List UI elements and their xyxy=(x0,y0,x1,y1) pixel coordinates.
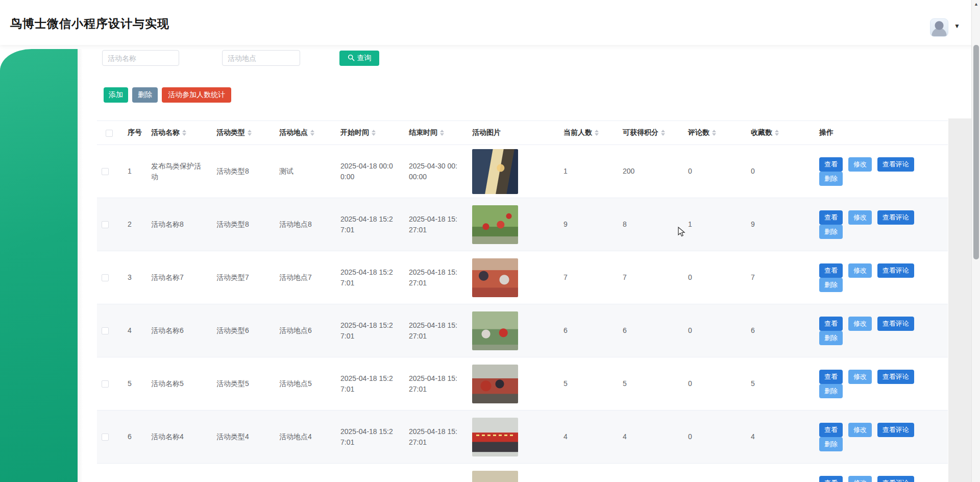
table-header-row: 序号 活动名称 活动类型 活动地点 开始时间 结束时间 活动图片 当前人数 可获… xyxy=(97,121,948,145)
edit-button[interactable]: 修改 xyxy=(848,317,872,331)
row-checkbox[interactable] xyxy=(102,380,109,388)
activity-name-cell: 活动名称6 xyxy=(145,304,210,357)
column-header-activity-type[interactable]: 活动类型 xyxy=(210,121,273,145)
edit-button[interactable]: 修改 xyxy=(848,263,872,278)
query-button[interactable]: 查询 xyxy=(339,51,379,66)
participant-stats-button[interactable]: 活动参加人数统计 xyxy=(162,87,231,103)
activity-location-cell: 活动地点8 xyxy=(273,198,334,251)
row-delete-button[interactable]: 删除 xyxy=(819,331,843,345)
sort-icon[interactable] xyxy=(182,130,186,136)
chevron-down-icon[interactable]: ▼ xyxy=(954,22,960,30)
current-count-cell: 5 xyxy=(557,357,617,411)
start-time-cell: 2025-04-18 00:00:00 xyxy=(334,145,403,198)
view-comments-button[interactable]: 查看评论 xyxy=(877,263,914,278)
column-header-activity-name[interactable]: 活动名称 xyxy=(145,121,210,145)
row-delete-button[interactable]: 删除 xyxy=(819,225,843,239)
table-row: 3 活动名称7 活动类型7 活动地点7 2025-04-18 15:27:01 … xyxy=(97,251,948,304)
column-header-activity-location[interactable]: 活动地点 xyxy=(273,121,334,145)
column-header-index: 序号 xyxy=(121,121,145,145)
sort-icon[interactable] xyxy=(775,130,779,136)
sort-icon[interactable] xyxy=(712,130,716,136)
points-cell xyxy=(617,464,682,482)
sort-icon[interactable] xyxy=(310,130,314,136)
activity-name-cell: 活动名称8 xyxy=(145,198,210,251)
end-time-cell: 2025-04-18 15:27:01 xyxy=(403,198,466,251)
row-checkbox[interactable] xyxy=(102,433,109,441)
start-time-cell: 2025-04-18 15:27:01 xyxy=(334,198,403,251)
start-time-cell: 2025-04-18 15:27:01 xyxy=(334,304,403,357)
activity-location-cell: 测试 xyxy=(273,145,334,198)
row-delete-button[interactable]: 删除 xyxy=(819,437,843,451)
points-cell: 8 xyxy=(617,198,682,251)
end-time-cell: 2025-04-30 00:00:00 xyxy=(403,145,466,198)
vertical-scrollbar[interactable]: ▲ xyxy=(971,0,980,482)
table-row: 2 活动名称8 活动类型8 活动地点8 2025-04-18 15:27:01 … xyxy=(97,198,948,251)
column-header-favorites[interactable]: 收藏数 xyxy=(745,121,813,145)
activity-name-cell: 活动名称4 xyxy=(145,411,210,464)
scrollbar-up-arrow[interactable]: ▲ xyxy=(974,2,978,7)
view-button[interactable]: 查看 xyxy=(819,210,843,225)
edit-button[interactable]: 修改 xyxy=(848,423,872,437)
activity-photo xyxy=(472,311,518,350)
row-index: 2 xyxy=(121,198,145,251)
sort-icon[interactable] xyxy=(372,130,376,136)
view-comments-button[interactable]: 查看评论 xyxy=(877,476,914,482)
column-header-current-count[interactable]: 当前人数 xyxy=(557,121,617,145)
view-comments-button[interactable]: 查看评论 xyxy=(877,317,914,331)
activity-type-cell: 活动类型7 xyxy=(210,251,273,304)
column-header-activity-image: 活动图片 xyxy=(466,121,557,145)
row-checkbox[interactable] xyxy=(102,221,109,228)
sort-icon[interactable] xyxy=(248,130,252,136)
view-button[interactable]: 查看 xyxy=(819,317,843,331)
column-header-comments[interactable]: 评论数 xyxy=(682,121,745,145)
sort-icon[interactable] xyxy=(440,130,444,136)
view-comments-button[interactable]: 查看评论 xyxy=(877,157,914,172)
edit-button[interactable]: 修改 xyxy=(848,157,872,172)
sort-icon[interactable] xyxy=(595,130,599,136)
current-count-cell xyxy=(557,464,617,482)
view-comments-button[interactable]: 查看评论 xyxy=(877,423,914,437)
edit-button[interactable]: 修改 xyxy=(848,210,872,225)
edit-button[interactable]: 修改 xyxy=(848,476,872,482)
view-comments-button[interactable]: 查看评论 xyxy=(877,210,914,225)
view-button[interactable]: 查看 xyxy=(819,476,843,482)
column-header-points[interactable]: 可获得积分 xyxy=(617,121,682,145)
row-index: 3 xyxy=(121,251,145,304)
activity-name-cell: 活动名称7 xyxy=(145,251,210,304)
row-index: 5 xyxy=(121,357,145,411)
scrollbar-thumb[interactable] xyxy=(973,45,979,259)
view-comments-button[interactable]: 查看评论 xyxy=(877,370,914,384)
favorites-count-cell: 5 xyxy=(745,357,813,411)
row-delete-button[interactable]: 删除 xyxy=(819,384,843,398)
column-header-end-time[interactable]: 结束时间 xyxy=(403,121,466,145)
view-button[interactable]: 查看 xyxy=(819,423,843,437)
favorites-count-cell: 6 xyxy=(745,304,813,357)
comments-count-cell: 1 xyxy=(682,198,745,251)
start-time-cell: 2025-04-18 15:27:01 xyxy=(334,411,403,464)
row-checkbox[interactable] xyxy=(102,327,109,334)
search-activity-location-input[interactable] xyxy=(222,50,300,66)
edit-button[interactable]: 修改 xyxy=(848,370,872,384)
add-button[interactable]: 添加 xyxy=(104,87,128,103)
row-delete-button[interactable]: 删除 xyxy=(819,278,843,292)
delete-button[interactable]: 删除 xyxy=(132,87,158,103)
view-button[interactable]: 查看 xyxy=(819,263,843,278)
column-header-start-time[interactable]: 开始时间 xyxy=(334,121,403,145)
sidebar-nav xyxy=(0,49,78,482)
user-avatar[interactable] xyxy=(930,18,948,37)
view-button[interactable]: 查看 xyxy=(819,157,843,172)
activity-location-cell xyxy=(273,464,334,482)
view-button[interactable]: 查看 xyxy=(819,370,843,384)
table-row: 4 活动名称6 活动类型6 活动地点6 2025-04-18 15:27:01 … xyxy=(97,304,948,357)
row-checkbox[interactable] xyxy=(102,168,109,175)
sort-icon[interactable] xyxy=(661,130,665,136)
comments-count-cell: 0 xyxy=(682,304,745,357)
mouse-cursor xyxy=(677,227,687,240)
row-checkbox[interactable] xyxy=(102,274,109,281)
activity-type-cell: 活动类型8 xyxy=(210,198,273,251)
activity-location-cell: 活动地点6 xyxy=(273,304,334,357)
activities-table: 序号 活动名称 活动类型 活动地点 开始时间 结束时间 活动图片 当前人数 可获… xyxy=(97,120,948,482)
select-all-checkbox[interactable] xyxy=(106,130,113,137)
row-delete-button[interactable]: 删除 xyxy=(819,172,843,186)
search-activity-name-input[interactable] xyxy=(102,50,179,66)
